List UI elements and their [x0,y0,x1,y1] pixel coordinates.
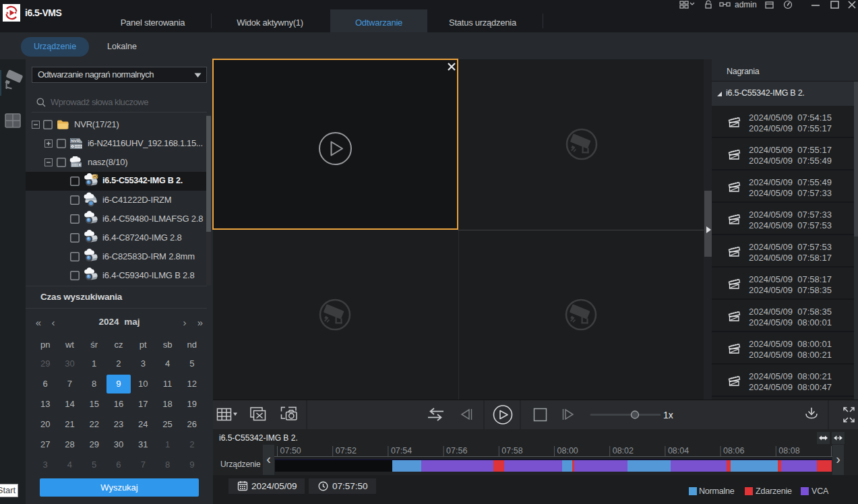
svg-text:07:54: 07:54 [391,446,412,455]
svg-text:08:08: 08:08 [778,446,799,455]
svg-text:08:04: 08:04 [668,446,689,455]
svg-text:07:52: 07:52 [336,446,357,455]
svg-text:08:02: 08:02 [613,446,634,455]
svg-text:07:58: 07:58 [501,446,522,455]
svg-text:08:06: 08:06 [723,446,744,455]
svg-text:08:00: 08:00 [557,446,578,455]
svg-text:07:50: 07:50 [280,446,301,455]
svg-text:07:56: 07:56 [446,446,467,455]
svg-text:NVR: NVR [71,139,80,143]
